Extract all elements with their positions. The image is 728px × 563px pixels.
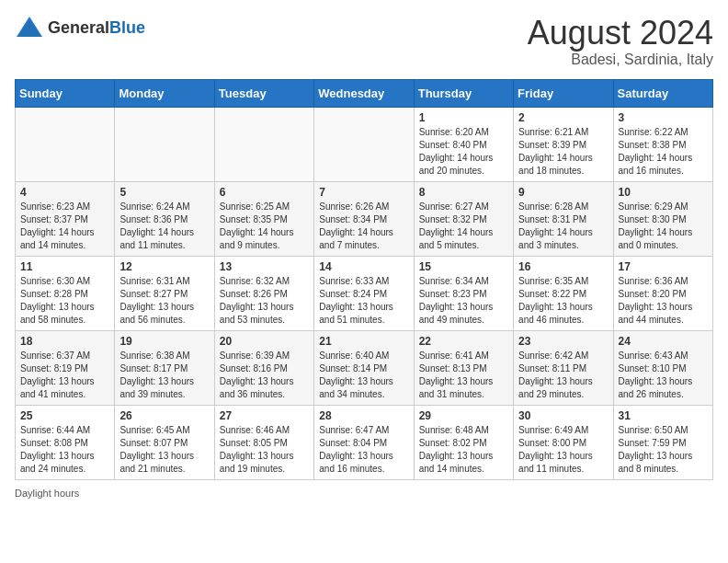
day-info: Sunrise: 6:22 AMSunset: 8:38 PMDaylight:… [619,126,708,178]
calendar-cell: 7Sunrise: 6:26 AMSunset: 8:34 PMDaylight… [314,181,414,256]
calendar-cell: 6Sunrise: 6:25 AMSunset: 8:35 PMDaylight… [214,181,313,256]
calendar-cell: 27Sunrise: 6:46 AMSunset: 8:05 PMDayligh… [214,405,313,479]
day-info: Sunrise: 6:40 AMSunset: 8:14 PMDaylight:… [319,350,408,401]
page-header: GeneralBlue August 2024 Badesi, Sardinia… [15,15,713,68]
calendar-cell: 26Sunrise: 6:45 AMSunset: 8:07 PMDayligh… [115,405,214,479]
calendar-cell: 25Sunrise: 6:44 AMSunset: 8:08 PMDayligh… [16,405,115,479]
calendar-week-row: 1Sunrise: 6:20 AMSunset: 8:40 PMDaylight… [16,107,713,181]
calendar-cell: 28Sunrise: 6:47 AMSunset: 8:04 PMDayligh… [314,405,414,479]
calendar-cell: 18Sunrise: 6:37 AMSunset: 8:19 PMDayligh… [16,330,115,405]
calendar-cell: 23Sunrise: 6:42 AMSunset: 8:11 PMDayligh… [514,330,613,405]
day-number: 29 [419,409,508,422]
day-info: Sunrise: 6:49 AMSunset: 8:00 PMDaylight:… [518,424,608,476]
svg-marker-1 [18,20,40,37]
logo: GeneralBlue [15,15,145,40]
day-info: Sunrise: 6:35 AMSunset: 8:22 PMDaylight:… [518,275,608,327]
calendar-cell: 12Sunrise: 6:31 AMSunset: 8:27 PMDayligh… [115,256,214,330]
calendar-cell: 24Sunrise: 6:43 AMSunset: 8:10 PMDayligh… [613,330,712,405]
calendar-cell [115,107,214,181]
day-info: Sunrise: 6:36 AMSunset: 8:20 PMDaylight:… [619,275,708,327]
day-info: Sunrise: 6:44 AMSunset: 8:08 PMDaylight:… [20,424,109,476]
day-number: 28 [319,409,408,422]
day-number: 31 [619,409,708,422]
day-info: Sunrise: 6:43 AMSunset: 8:10 PMDaylight:… [619,350,708,401]
calendar-cell: 16Sunrise: 6:35 AMSunset: 8:22 PMDayligh… [514,256,613,330]
calendar-cell: 22Sunrise: 6:41 AMSunset: 8:13 PMDayligh… [414,330,513,405]
day-number: 22 [419,335,508,348]
day-info: Sunrise: 6:29 AMSunset: 8:30 PMDaylight:… [619,201,708,252]
day-number: 25 [20,409,109,422]
day-info: Sunrise: 6:41 AMSunset: 8:13 PMDaylight:… [419,350,508,401]
column-header-saturday: Saturday [613,79,712,107]
day-number: 20 [220,335,309,348]
calendar-cell: 15Sunrise: 6:34 AMSunset: 8:23 PMDayligh… [414,256,513,330]
day-info: Sunrise: 6:37 AMSunset: 8:19 PMDaylight:… [20,350,109,401]
calendar-cell: 10Sunrise: 6:29 AMSunset: 8:30 PMDayligh… [613,181,712,256]
calendar-cell: 13Sunrise: 6:32 AMSunset: 8:26 PMDayligh… [214,256,313,330]
day-info: Sunrise: 6:47 AMSunset: 8:04 PMDaylight:… [319,424,408,476]
day-info: Sunrise: 6:33 AMSunset: 8:24 PMDaylight:… [319,275,408,327]
daylight-hours-label: Daylight hours [15,488,79,499]
day-info: Sunrise: 6:21 AMSunset: 8:39 PMDaylight:… [518,126,608,178]
calendar-cell: 11Sunrise: 6:30 AMSunset: 8:28 PMDayligh… [16,256,115,330]
day-number: 14 [319,260,408,273]
day-number: 5 [119,186,209,199]
day-number: 23 [518,335,608,348]
title-block: August 2024 Badesi, Sardinia, Italy [528,15,713,68]
day-number: 17 [619,260,708,273]
calendar-cell: 4Sunrise: 6:23 AMSunset: 8:37 PMDaylight… [16,181,115,256]
column-header-tuesday: Tuesday [214,79,313,107]
day-info: Sunrise: 6:46 AMSunset: 8:05 PMDaylight:… [220,424,309,476]
calendar-cell: 9Sunrise: 6:28 AMSunset: 8:31 PMDaylight… [514,181,613,256]
column-header-wednesday: Wednesday [314,79,414,107]
calendar-week-row: 18Sunrise: 6:37 AMSunset: 8:19 PMDayligh… [16,330,713,405]
day-number: 16 [518,260,608,273]
column-header-thursday: Thursday [414,79,513,107]
day-number: 7 [319,186,408,199]
day-number: 24 [619,335,708,348]
column-header-sunday: Sunday [16,79,115,107]
calendar-cell: 14Sunrise: 6:33 AMSunset: 8:24 PMDayligh… [314,256,414,330]
calendar-cell: 20Sunrise: 6:39 AMSunset: 8:16 PMDayligh… [214,330,313,405]
calendar-header-row: SundayMondayTuesdayWednesdayThursdayFrid… [16,79,713,107]
calendar-cell: 21Sunrise: 6:40 AMSunset: 8:14 PMDayligh… [314,330,414,405]
calendar-cell [314,107,414,181]
footer: Daylight hours [15,488,713,499]
calendar-cell: 19Sunrise: 6:38 AMSunset: 8:17 PMDayligh… [115,330,214,405]
calendar-cell: 1Sunrise: 6:20 AMSunset: 8:40 PMDaylight… [414,107,513,181]
calendar-cell: 17Sunrise: 6:36 AMSunset: 8:20 PMDayligh… [613,256,712,330]
day-info: Sunrise: 6:28 AMSunset: 8:31 PMDaylight:… [518,201,608,252]
day-info: Sunrise: 6:26 AMSunset: 8:34 PMDaylight:… [319,201,408,252]
day-info: Sunrise: 6:32 AMSunset: 8:26 PMDaylight:… [220,275,309,327]
day-info: Sunrise: 6:23 AMSunset: 8:37 PMDaylight:… [20,201,109,252]
day-number: 4 [20,186,109,199]
month-year: August 2024 [528,15,713,52]
day-number: 8 [419,186,508,199]
calendar-cell: 31Sunrise: 6:50 AMSunset: 7:59 PMDayligh… [613,405,712,479]
calendar-week-row: 25Sunrise: 6:44 AMSunset: 8:08 PMDayligh… [16,405,713,479]
day-number: 1 [419,111,508,124]
column-header-friday: Friday [514,79,613,107]
day-number: 10 [619,186,708,199]
day-info: Sunrise: 6:31 AMSunset: 8:27 PMDaylight:… [119,275,209,327]
column-header-monday: Monday [115,79,214,107]
day-number: 15 [419,260,508,273]
day-number: 30 [518,409,608,422]
day-number: 18 [20,335,109,348]
calendar-cell: 5Sunrise: 6:24 AMSunset: 8:36 PMDaylight… [115,181,214,256]
calendar-week-row: 4Sunrise: 6:23 AMSunset: 8:37 PMDaylight… [16,181,713,256]
logo-general: General [48,18,109,37]
calendar-cell: 3Sunrise: 6:22 AMSunset: 8:38 PMDaylight… [613,107,712,181]
day-info: Sunrise: 6:42 AMSunset: 8:11 PMDaylight:… [518,350,608,401]
calendar-table: SundayMondayTuesdayWednesdayThursdayFrid… [15,79,713,480]
logo-icon [15,15,44,40]
day-number: 2 [518,111,608,124]
day-number: 6 [220,186,309,199]
day-info: Sunrise: 6:39 AMSunset: 8:16 PMDaylight:… [220,350,309,401]
calendar-week-row: 11Sunrise: 6:30 AMSunset: 8:28 PMDayligh… [16,256,713,330]
calendar-cell: 2Sunrise: 6:21 AMSunset: 8:39 PMDaylight… [514,107,613,181]
day-info: Sunrise: 6:20 AMSunset: 8:40 PMDaylight:… [419,126,508,178]
day-number: 9 [518,186,608,199]
calendar-cell: 29Sunrise: 6:48 AMSunset: 8:02 PMDayligh… [414,405,513,479]
location: Badesi, Sardinia, Italy [528,52,713,68]
